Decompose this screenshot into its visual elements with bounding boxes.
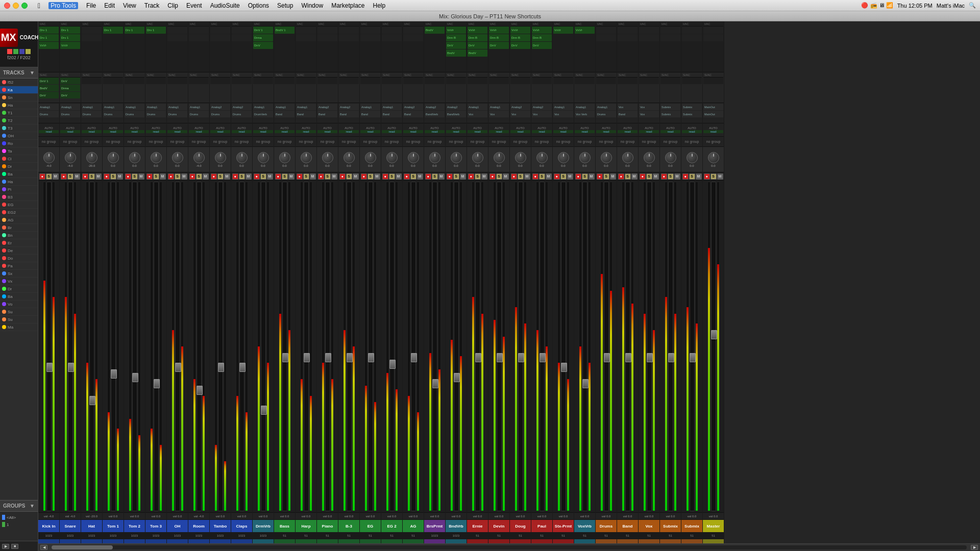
insert-slot[interactable]: Drm B (532, 34, 552, 41)
track-item[interactable]: Su (0, 316, 38, 323)
channel-name[interactable]: BndVrb (446, 520, 467, 532)
pan-knob[interactable] (365, 152, 376, 163)
pan-knob[interactable] (129, 152, 140, 163)
fader-track[interactable] (582, 182, 587, 511)
fader-section[interactable] (124, 181, 145, 513)
insert-slot[interactable]: Drv 1 (103, 27, 123, 34)
track-item[interactable]: EG (0, 201, 38, 209)
mute-button[interactable]: M (95, 173, 102, 180)
mute-button[interactable]: M (567, 173, 573, 180)
solo-button[interactable]: S (453, 173, 459, 180)
fader-section[interactable] (574, 181, 595, 513)
rec-arm-button[interactable]: ● (318, 173, 324, 180)
insert-slot[interactable]: BndV (425, 27, 445, 34)
pan-knob[interactable] (515, 152, 526, 163)
fader-handle[interactable] (89, 396, 95, 405)
fader-track[interactable] (154, 182, 159, 511)
auto-mode[interactable]: read (167, 130, 187, 133)
rec-arm-button[interactable]: ● (661, 173, 667, 180)
io-input[interactable]: Analog2 (425, 104, 445, 110)
insert-slot[interactable]: Drv 1 (146, 27, 166, 34)
send-slot-empty[interactable] (468, 78, 487, 84)
send-slot-empty[interactable] (618, 78, 638, 84)
channel-name[interactable]: Claps (231, 520, 252, 532)
mute-button[interactable]: M (631, 173, 638, 180)
send-slot-empty[interactable] (82, 78, 102, 84)
pan-knob[interactable] (236, 152, 248, 163)
track-item[interactable]: Sn (0, 94, 38, 102)
insert-slot-empty[interactable] (403, 34, 423, 41)
insert-slot-empty[interactable] (360, 27, 380, 34)
menu-track[interactable]: Track (144, 2, 160, 9)
solo-button[interactable]: S (496, 173, 502, 180)
channel-name[interactable]: VoxVrb (574, 520, 595, 532)
group-section[interactable]: no group (231, 137, 252, 147)
mute-button[interactable]: M (674, 173, 680, 180)
mute-button[interactable]: M (438, 173, 445, 180)
io-output[interactable]: Drums (82, 111, 102, 117)
io-input[interactable]: MainOut (703, 104, 723, 110)
mute-button[interactable]: M (331, 173, 337, 180)
insert-slot-empty[interactable] (596, 27, 616, 34)
scrollbar-thumb[interactable] (52, 545, 113, 549)
solo-button[interactable]: S (346, 173, 352, 180)
auto-mode[interactable]: read (125, 130, 144, 133)
fader-section[interactable] (617, 181, 638, 513)
send-slot-empty[interactable] (275, 78, 295, 84)
solo-button[interactable]: S (89, 173, 95, 180)
send-slot-empty[interactable] (660, 78, 680, 84)
channel-name[interactable]: Band (617, 520, 638, 532)
auto-mode[interactable]: read (82, 130, 102, 133)
mute-button[interactable]: M (267, 173, 273, 180)
auto-mode[interactable]: read (360, 130, 380, 133)
mute-button[interactable]: M (717, 173, 723, 180)
insert-slot[interactable]: DnV (468, 42, 487, 49)
pan-knob[interactable] (301, 152, 312, 163)
group-section[interactable]: no group (703, 137, 724, 147)
insert-slot[interactable]: DnV 1 (253, 27, 273, 34)
fader-section[interactable] (596, 181, 617, 513)
channel-name[interactable]: Doug (510, 520, 531, 532)
io-input[interactable]: Analog1 (489, 104, 509, 110)
track-item[interactable]: Do (0, 255, 38, 262)
pan-knob[interactable] (193, 152, 205, 163)
io-output[interactable]: Vox Verb (575, 111, 595, 117)
io-output[interactable]: BandVerb (425, 111, 445, 117)
mute-button[interactable]: M (546, 173, 552, 180)
solo-button[interactable]: S (668, 173, 674, 180)
group-section[interactable]: no group (531, 137, 552, 147)
solo-button[interactable]: S (625, 173, 631, 180)
io-output[interactable]: Band (317, 111, 337, 117)
send-slot-empty[interactable] (510, 78, 530, 84)
io-output[interactable]: Drums (210, 111, 230, 117)
channel-name[interactable]: EG (360, 520, 381, 532)
rec-arm-button[interactable]: ● (425, 173, 431, 180)
rec-arm-button[interactable]: ● (618, 173, 624, 180)
io-output[interactable]: Band (275, 111, 295, 117)
channel-name[interactable]: Tambo (210, 520, 231, 532)
send-slot[interactable]: DnV (60, 92, 80, 98)
scroll-right-btn[interactable]: ▶ (971, 545, 978, 550)
rec-arm-button[interactable]: ● (254, 173, 260, 180)
io-input[interactable]: Analog1 (382, 104, 402, 110)
send-slot-empty[interactable] (232, 78, 252, 84)
track-item[interactable]: T2 (0, 117, 38, 124)
fader-handle[interactable] (454, 373, 460, 382)
solo-button[interactable]: S (282, 173, 288, 180)
mute-button[interactable]: M (74, 173, 80, 180)
auto-mode[interactable]: read (232, 130, 252, 133)
fader-track[interactable] (711, 182, 716, 511)
auto-mode[interactable]: read (189, 130, 209, 133)
groups-menu-icon[interactable]: ▼ (30, 503, 35, 509)
io-input[interactable]: Analog1 (167, 104, 187, 110)
rec-arm-button[interactable]: ● (125, 173, 131, 180)
rec-arm-button[interactable]: ● (382, 173, 388, 180)
fader-track[interactable] (46, 182, 52, 511)
group-section[interactable]: no group (617, 137, 638, 147)
fader-section[interactable] (317, 181, 338, 513)
auto-mode[interactable]: read (489, 130, 509, 133)
channel-name[interactable]: DrmVrb (253, 520, 274, 532)
insert-slot[interactable]: VxVr (532, 27, 552, 34)
channel-name[interactable]: Stx-Prmt (553, 520, 574, 532)
rec-arm-button[interactable]: ● (104, 173, 110, 180)
